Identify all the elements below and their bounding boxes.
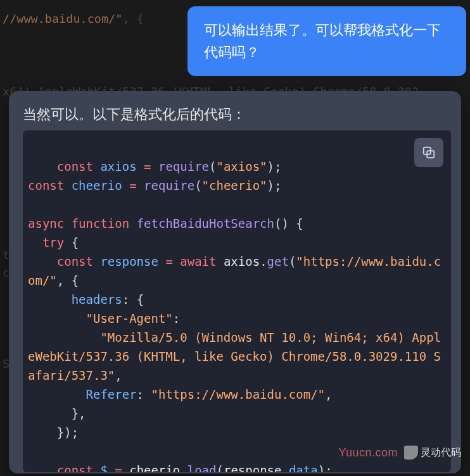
user-message-text: 可以输出结果了。可以帮我格式化一下代码吗？ [204,22,441,60]
copy-icon [422,146,436,160]
wechat-icon [404,446,418,460]
watermark-brand: 灵动代码 [404,446,461,460]
copy-code-button[interactable] [414,138,443,167]
code-block: const axios = require("axios"); const ch… [23,130,451,472]
user-message-bubble: 可以输出结果了。可以帮我格式化一下代码吗？ [187,6,466,76]
watermark: Yuucn.com 灵动代码 [338,446,461,460]
assistant-response-card: 当然可以。以下是格式化后的代码： const axios = require("… [9,91,461,473]
watermark-url: Yuucn.com [338,446,398,460]
assistant-intro-text: 当然可以。以下是格式化后的代码： [23,105,451,124]
